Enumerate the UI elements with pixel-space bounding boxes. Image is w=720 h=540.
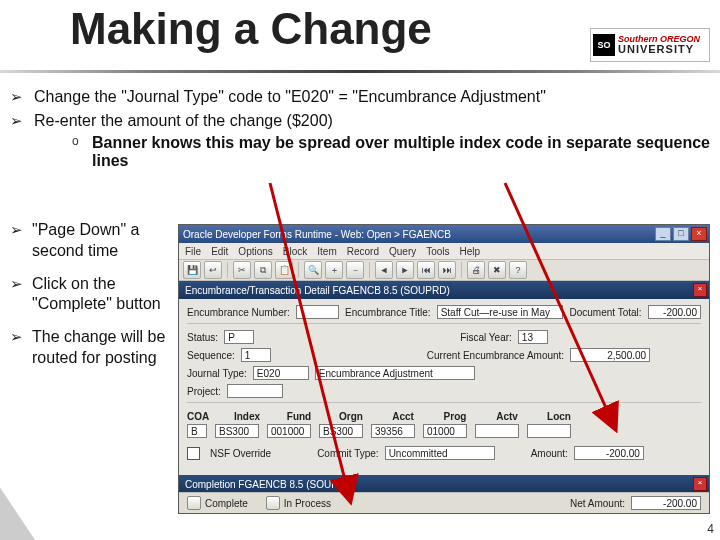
completion-header: Completion FGAENCB 8.5 (SOUPRD) × bbox=[179, 475, 709, 493]
form-header-text: Encumbrance/Transaction Detail FGAENCB 8… bbox=[185, 285, 450, 296]
form-header: Encumbrance/Transaction Detail FGAENCB 8… bbox=[179, 281, 709, 299]
menu-help[interactable]: Help bbox=[460, 246, 481, 257]
window-maximize-button[interactable]: □ bbox=[673, 227, 689, 241]
bullet-3: "Page Down" a second time bbox=[32, 220, 182, 262]
index-field[interactable]: BS300 bbox=[215, 424, 259, 438]
journal-type-field[interactable]: E020 bbox=[253, 366, 309, 380]
menu-tools[interactable]: Tools bbox=[426, 246, 449, 257]
coa-header: COA bbox=[187, 411, 217, 422]
amount-field[interactable]: -200.00 bbox=[574, 446, 644, 460]
completion-close-button[interactable]: × bbox=[693, 477, 707, 491]
hdr-prog: Prog bbox=[433, 411, 477, 422]
journal-type-desc: Encumbrance Adjustment bbox=[315, 366, 475, 380]
fiscal-year-label: Fiscal Year: bbox=[460, 332, 512, 343]
toolbar-rollback-icon[interactable]: ↩ bbox=[204, 261, 222, 279]
toolbar-insert-icon[interactable]: ＋ bbox=[325, 261, 343, 279]
complete-icon bbox=[187, 496, 201, 510]
toolbar-paste-icon[interactable]: 📋 bbox=[275, 261, 293, 279]
in-process-label: In Process bbox=[284, 498, 331, 509]
status-label: Status: bbox=[187, 332, 218, 343]
divider bbox=[187, 323, 701, 324]
toolbar-next-icon[interactable]: ► bbox=[396, 261, 414, 279]
journal-type-label: Journal Type: bbox=[187, 368, 247, 379]
coa-field[interactable]: B bbox=[187, 424, 207, 438]
complete-label: Complete bbox=[205, 498, 248, 509]
toolbar-exit-icon[interactable]: ✖ bbox=[488, 261, 506, 279]
enc-number-label: Encumbrance Number: bbox=[187, 307, 290, 318]
toolbar-cut-icon[interactable]: ✂ bbox=[233, 261, 251, 279]
bullet-2-sub: Banner knows this may be spread over mul… bbox=[92, 134, 710, 170]
fund-field[interactable]: 001000 bbox=[267, 424, 311, 438]
amount-label: Amount: bbox=[531, 448, 568, 459]
hdr-fund: Fund bbox=[277, 411, 321, 422]
hdr-index: Index bbox=[225, 411, 269, 422]
toolbar-print-icon[interactable]: 🖨 bbox=[467, 261, 485, 279]
project-field[interactable] bbox=[227, 384, 283, 398]
net-amount-field: -200.00 bbox=[631, 496, 701, 510]
bullet-1: Change the "Journal Type" code to "E020"… bbox=[32, 88, 710, 106]
toolbar-sep bbox=[298, 262, 299, 278]
slide-number: 4 bbox=[707, 522, 714, 536]
doc-total-label: Document Total: bbox=[569, 307, 641, 318]
orgn-field[interactable]: BS300 bbox=[319, 424, 363, 438]
window-minimize-button[interactable]: _ bbox=[655, 227, 671, 241]
bullet-2: Re-enter the amount of the change ($200)… bbox=[32, 112, 710, 170]
menu-options[interactable]: Options bbox=[238, 246, 272, 257]
menu-edit[interactable]: Edit bbox=[211, 246, 228, 257]
cur-enc-amount-field: 2,500.00 bbox=[570, 348, 650, 362]
toolbar-prev-icon[interactable]: ◄ bbox=[375, 261, 393, 279]
toolbar-copy-icon[interactable]: ⧉ bbox=[254, 261, 272, 279]
sequence-label: Sequence: bbox=[187, 350, 235, 361]
menubar: File Edit Options Block Item Record Quer… bbox=[179, 243, 709, 260]
toolbar-remove-icon[interactable]: － bbox=[346, 261, 364, 279]
toolbar-save-icon[interactable]: 💾 bbox=[183, 261, 201, 279]
nsf-override-checkbox[interactable] bbox=[187, 447, 200, 460]
divider bbox=[187, 402, 701, 403]
enc-number-field[interactable] bbox=[296, 305, 339, 319]
menu-block[interactable]: Block bbox=[283, 246, 307, 257]
toolbar-last-icon[interactable]: ⏭ bbox=[438, 261, 456, 279]
bullet-4: Click on the "Complete" button bbox=[32, 274, 182, 316]
toolbar-sep bbox=[369, 262, 370, 278]
hdr-actv: Actv bbox=[485, 411, 529, 422]
toolbar-search-icon[interactable]: 🔍 bbox=[304, 261, 322, 279]
commit-type-field[interactable]: Uncommitted bbox=[385, 446, 495, 460]
university-logo: SO Southern OREGON UNIVERSITY bbox=[590, 28, 710, 62]
commit-type-label: Commit Type: bbox=[317, 448, 379, 459]
actv-field[interactable] bbox=[475, 424, 519, 438]
in-process-button[interactable]: In Process bbox=[266, 496, 331, 510]
status-field[interactable]: P bbox=[224, 330, 254, 344]
toolbar-sep bbox=[461, 262, 462, 278]
menu-record[interactable]: Record bbox=[347, 246, 379, 257]
fiscal-year-field[interactable]: 13 bbox=[518, 330, 548, 344]
slide-title: Making a Change bbox=[70, 4, 432, 54]
locn-field[interactable] bbox=[527, 424, 571, 438]
window-titlebar: Oracle Developer Forms Runtime - Web: Op… bbox=[179, 225, 709, 243]
form-close-button[interactable]: × bbox=[693, 283, 707, 297]
hdr-orgn: Orgn bbox=[329, 411, 373, 422]
bullet-2-text: Re-enter the amount of the change ($200) bbox=[34, 112, 333, 129]
sequence-field[interactable]: 1 bbox=[241, 348, 271, 362]
complete-button[interactable]: Complete bbox=[187, 496, 248, 510]
prog-field[interactable]: 01000 bbox=[423, 424, 467, 438]
enc-title-field[interactable]: Staff Cut—re-use in May bbox=[437, 305, 564, 319]
nsf-override-label: NSF Override bbox=[210, 448, 271, 459]
hdr-acct: Acct bbox=[381, 411, 425, 422]
toolbar-help-icon[interactable]: ? bbox=[509, 261, 527, 279]
window-close-button[interactable]: × bbox=[691, 227, 707, 241]
bullet-5: The change will be routed for posting bbox=[32, 327, 182, 369]
window-title-text: Oracle Developer Forms Runtime - Web: Op… bbox=[183, 229, 451, 240]
toolbar-first-icon[interactable]: ⏮ bbox=[417, 261, 435, 279]
menu-item[interactable]: Item bbox=[317, 246, 336, 257]
menu-query[interactable]: Query bbox=[389, 246, 416, 257]
menu-file[interactable]: File bbox=[185, 246, 201, 257]
decorative-triangle bbox=[0, 484, 47, 540]
acct-field[interactable]: 39356 bbox=[371, 424, 415, 438]
toolbar-sep bbox=[227, 262, 228, 278]
banner-window: Oracle Developer Forms Runtime - Web: Op… bbox=[178, 224, 710, 514]
in-process-icon bbox=[266, 496, 280, 510]
enc-title-label: Encumbrance Title: bbox=[345, 307, 431, 318]
net-amount-label: Net Amount: bbox=[570, 498, 625, 509]
completion-bar: Complete In Process Net Amount: -200.00 bbox=[179, 492, 709, 513]
project-label: Project: bbox=[187, 386, 221, 397]
